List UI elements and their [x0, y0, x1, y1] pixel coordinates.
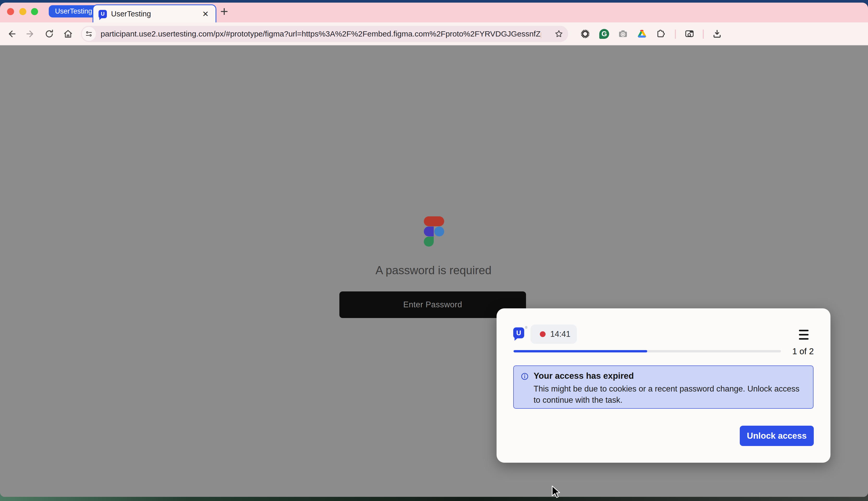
task-progress-label: 1 of 2 — [792, 347, 814, 356]
browser-window: UserTesting U UserTesting ✕ + — [0, 3, 868, 497]
access-expired-alert: Your access has expired This might be du… — [513, 365, 814, 409]
downloads-icon[interactable] — [712, 29, 722, 39]
bookmark-star-icon[interactable] — [554, 29, 564, 39]
toolbar-divider — [703, 30, 704, 39]
screen: UserTesting U UserTesting ✕ + — [0, 0, 868, 501]
page-content: A password is required Enter Password U … — [0, 45, 868, 497]
reload-icon[interactable] — [44, 29, 54, 39]
tab-group-label-text: UserTesting — [55, 7, 92, 15]
timer-value: 14:41 — [550, 330, 571, 339]
tab-close-icon[interactable]: ✕ — [201, 9, 210, 19]
usertesting-logo-icon: U ® — [513, 327, 524, 338]
recording-dot-icon — [540, 331, 546, 337]
tab-title: UserTesting — [111, 10, 201, 18]
task-progress-bar — [514, 350, 781, 352]
mouse-cursor-icon — [550, 486, 561, 499]
usertesting-favicon-icon: U — [98, 10, 107, 18]
extensions-puzzle-icon[interactable] — [656, 29, 666, 39]
widget-menu-icon[interactable] — [799, 330, 808, 340]
browser-toolbar: participant.use2.usertesting.com/px/#pro… — [0, 22, 868, 45]
info-icon — [521, 373, 529, 380]
tab-group-label[interactable]: UserTesting — [49, 5, 98, 18]
forward-icon[interactable] — [25, 29, 35, 39]
recording-timer[interactable]: 14:41 — [531, 324, 577, 344]
address-bar[interactable]: participant.use2.usertesting.com/px/#pro… — [81, 26, 568, 42]
figma-logo-icon — [424, 216, 444, 246]
home-icon[interactable] — [63, 29, 73, 39]
toolbar-divider — [675, 30, 676, 39]
site-settings-icon[interactable] — [82, 27, 96, 41]
unlock-access-button[interactable]: Unlock access — [740, 426, 814, 446]
tab-strip: UserTesting U UserTesting ✕ + — [0, 3, 868, 22]
new-tab-button[interactable]: + — [220, 3, 228, 20]
page-title: A password is required — [303, 264, 564, 277]
url-text[interactable]: participant.use2.usertesting.com/px/#pro… — [100, 30, 541, 38]
enter-password-placeholder: Enter Password — [403, 300, 462, 309]
search-side-panel-icon[interactable] — [685, 29, 694, 39]
window-minimize-button[interactable] — [19, 8, 26, 15]
alert-title: Your access has expired — [534, 371, 634, 381]
task-progress-fill — [514, 350, 647, 352]
google-drive-extension-icon[interactable] — [637, 29, 647, 39]
registered-trademark: ® — [525, 326, 527, 330]
window-zoom-button[interactable] — [31, 8, 38, 15]
spinner-extension-icon[interactable] — [580, 29, 590, 39]
grammarly-extension-icon[interactable]: G — [599, 29, 609, 39]
window-close-button[interactable] — [7, 8, 14, 15]
tab-usertesting[interactable]: U UserTesting ✕ — [93, 4, 216, 23]
alert-body: This might be due to cookies or a recent… — [534, 383, 806, 406]
camera-extension-icon[interactable] — [618, 29, 628, 39]
back-icon[interactable] — [7, 29, 17, 39]
usertesting-widget: U ® 14:41 1 of 2 — [496, 308, 831, 463]
